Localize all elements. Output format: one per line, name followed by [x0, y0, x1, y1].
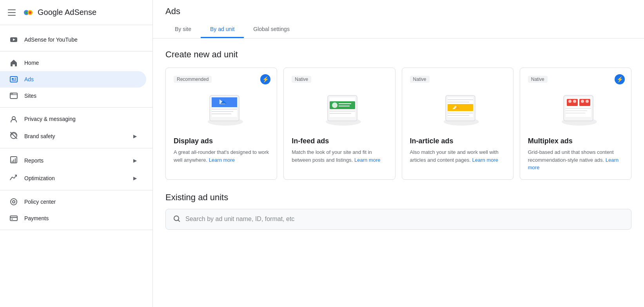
in-article-ads-card[interactable]: Native	[402, 68, 513, 180]
svg-point-14	[12, 93, 13, 94]
brand-safety-icon	[9, 131, 18, 141]
in-feed-ads-desc: Match the look of your site and fit in b…	[292, 148, 387, 164]
app-title: Google AdSense	[38, 8, 96, 17]
main-nav-section: Home Ads	[0, 51, 152, 108]
brand-safety-arrow-icon: ▶	[133, 133, 137, 139]
svg-rect-51	[448, 104, 473, 111]
home-icon	[9, 58, 18, 67]
svg-rect-59	[567, 99, 578, 106]
sites-icon	[9, 91, 18, 100]
in-feed-ads-name: In-feed ads	[292, 137, 387, 145]
tab-bar: By site By ad unit Global settings	[165, 21, 631, 38]
menu-button[interactable]	[6, 8, 17, 17]
sidebar-item-reports[interactable]: Reports ▶	[0, 152, 146, 169]
optimization-arrow-icon: ▶	[133, 175, 137, 181]
reports-icon	[9, 155, 18, 165]
ads-label: Ads	[24, 76, 34, 82]
sidebar-item-privacy[interactable]: Privacy & messaging	[0, 111, 146, 127]
in-article-ads-desc: Also match your site and work well with …	[410, 148, 505, 164]
in-feed-ads-card[interactable]: Native In	[283, 68, 395, 180]
svg-rect-25	[10, 216, 17, 221]
in-article-ads-name: In-article ads	[410, 137, 505, 145]
youtube-label: AdSense for YouTube	[24, 37, 78, 43]
multiplex-ads-badge: Native	[528, 76, 548, 83]
sites-label: Sites	[24, 93, 36, 99]
svg-rect-62	[579, 99, 590, 106]
in-feed-ads-learn-more[interactable]: Learn more	[354, 157, 380, 163]
svg-rect-27	[11, 219, 13, 219]
sidebar-item-brand-safety[interactable]: Brand safety ▶	[0, 127, 146, 145]
multiplex-ads-lightning-icon: ⚡	[615, 74, 625, 84]
home-label: Home	[24, 60, 39, 66]
privacy-icon	[9, 115, 18, 123]
svg-point-3	[29, 11, 31, 13]
sidebar-item-policy[interactable]: Policy center	[0, 194, 146, 210]
search-icon	[173, 215, 181, 224]
multiplex-ads-desc: Grid-based ad unit that shows content re…	[528, 148, 623, 172]
sidebar-header: Google AdSense	[0, 0, 152, 25]
display-ads-lightning-icon: ⚡	[260, 74, 270, 84]
svg-point-41	[332, 102, 337, 108]
ad-cards-container: Recommended ⚡	[165, 68, 631, 180]
policy-label: Policy center	[24, 199, 56, 205]
tab-by-site[interactable]: By site	[165, 21, 201, 38]
display-ads-name: Display ads	[174, 137, 269, 145]
svg-point-2	[25, 11, 27, 13]
tab-global-settings[interactable]: Global settings	[244, 21, 299, 38]
logo-area: Google AdSense	[22, 6, 96, 19]
sidebar-item-home[interactable]: Home	[0, 55, 146, 71]
svg-rect-7	[12, 78, 14, 80]
payments-label: Payments	[24, 215, 49, 221]
display-ads-desc: A great all-rounder that's designed to w…	[174, 148, 269, 164]
ads-icon	[9, 75, 18, 84]
sidebar-item-youtube[interactable]: AdSense for YouTube	[0, 31, 146, 48]
reports-section: Reports ▶ Optimization ▶	[0, 148, 152, 190]
sidebar-item-payments[interactable]: Payments	[0, 210, 146, 227]
in-article-ads-illustration	[410, 88, 505, 131]
display-ads-badge: Recommended	[174, 76, 212, 83]
display-ads-learn-more[interactable]: Learn more	[209, 157, 235, 163]
main-content: Ads By site By ad unit Global settings C…	[153, 0, 644, 307]
existing-section-title: Existing ad units	[165, 192, 631, 203]
multiplex-ads-name: Multiplex ads	[528, 137, 623, 145]
svg-point-61	[573, 100, 576, 103]
svg-line-69	[178, 220, 180, 221]
in-article-ads-learn-more[interactable]: Learn more	[472, 157, 498, 163]
in-feed-ads-illustration	[292, 88, 387, 131]
sidebar-nav: AdSense for YouTube Home	[0, 25, 152, 233]
youtube-icon	[9, 35, 18, 44]
sidebar-item-sites[interactable]: Sites	[0, 88, 146, 104]
reports-arrow-icon: ▶	[133, 158, 137, 163]
tab-by-ad-unit[interactable]: By ad unit	[201, 21, 244, 38]
search-input[interactable]	[185, 216, 624, 223]
page-title: Ads	[165, 6, 631, 21]
display-ads-card[interactable]: Recommended ⚡	[165, 68, 277, 180]
optimization-icon	[9, 173, 18, 183]
policy-icon	[9, 197, 18, 206]
brand-safety-label: Brand safety	[24, 133, 55, 139]
adsense-logo-icon	[22, 6, 34, 19]
multiplex-ads-card[interactable]: Native ⚡	[520, 68, 631, 180]
payments-icon	[9, 214, 18, 223]
svg-point-13	[11, 93, 12, 94]
svg-point-60	[568, 100, 571, 103]
svg-point-24	[13, 201, 15, 203]
sidebar: Google AdSense AdSense for YouTube	[0, 0, 153, 307]
privacy-label: Privacy & messaging	[24, 116, 76, 122]
display-ads-illustration	[174, 88, 269, 131]
svg-point-64	[586, 100, 589, 103]
optimization-label: Optimization	[24, 175, 55, 181]
search-bar	[165, 209, 631, 230]
sidebar-item-optimization[interactable]: Optimization ▶	[0, 169, 146, 187]
sidebar-item-ads[interactable]: Ads	[0, 71, 146, 88]
create-section-title: Create new ad unit	[165, 49, 631, 60]
in-feed-ads-badge: Native	[292, 76, 311, 83]
main-header: Ads By site By ad unit Global settings	[153, 0, 644, 38]
multiplex-ads-illustration	[528, 88, 623, 131]
svg-point-63	[581, 100, 584, 103]
youtube-section: AdSense for YouTube	[0, 28, 152, 51]
svg-point-23	[11, 199, 17, 205]
content-area: Create new ad unit Recommended ⚡	[153, 38, 644, 241]
policy-section: Policy center Payments	[0, 190, 152, 230]
reports-label: Reports	[24, 157, 44, 164]
